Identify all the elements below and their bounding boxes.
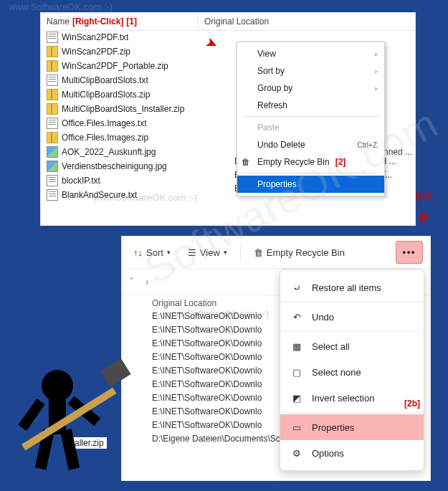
dropdown-item-options[interactable]: ⚙Options (280, 440, 424, 466)
context-menu-item[interactable]: Undo DeleteCtrl+Z (237, 136, 384, 153)
more-options-button[interactable]: ••• (396, 241, 423, 264)
chevron-down-icon: ▾ (224, 249, 227, 256)
annotation-1: [1] (126, 16, 137, 27)
column-header-row: Name [Right-Click] [1] Original Location (41, 13, 415, 31)
file-row[interactable]: WinScan2PDF_Portable.zip (41, 59, 199, 73)
menu-item-label: Undo (312, 312, 334, 323)
txt-file-icon (47, 75, 58, 86)
file-name: MultiClipBoardSlots.txt (62, 75, 148, 85)
context-menu-item[interactable]: 🗑Empty Recycle Bin[2] (237, 153, 384, 171)
zip-file-icon (47, 46, 58, 57)
menu-item-label: Refresh (257, 100, 287, 110)
menu-separator (280, 302, 424, 302)
toolbar-separator (240, 244, 241, 260)
nav-chevron-icon[interactable]: › (146, 276, 149, 287)
file-name: MultiClipBoardSlots_Installer.zip (62, 104, 184, 114)
file-row[interactable]: BlankAndSecure.txt (41, 188, 199, 202)
zip-file-icon (47, 89, 58, 100)
button-label: View (200, 247, 220, 258)
file-row[interactable]: Verdienstbescheinigung.jpg (41, 159, 199, 173)
menu-separator (280, 331, 424, 332)
zip-file-icon (47, 60, 58, 72)
annotation-1a: [1a] (416, 191, 431, 201)
context-menu-item[interactable]: Sort by› (237, 62, 384, 80)
column-header-location[interactable]: Original Location (152, 298, 216, 308)
file-name: Office.Files.Images.zip (62, 133, 148, 143)
more-options-menu: ⤾Restore all items↶Undo▦Select all▢Selec… (280, 270, 424, 471)
recycle-bin-modern-window: ↑↓ Sort ▾ ☰ View ▾ 🗑 Empty Recycle Bin •… (122, 237, 430, 480)
dropdown-item-properties[interactable]: ▭Properties (280, 414, 424, 440)
txt-file-icon (47, 32, 58, 43)
restore-icon: ⤾ (290, 281, 303, 294)
column-header-location[interactable]: Original Location (199, 13, 415, 30)
file-name: WinScan2PDF_Portable.zip (62, 61, 168, 71)
properties-icon: ▭ (290, 421, 303, 434)
file-name: AOK_2022_Auskunft.jpg (62, 147, 156, 157)
context-menu-item[interactable]: Refresh (237, 97, 384, 114)
file-row[interactable]: Office.Files.Images.txt (41, 116, 199, 130)
empty-recycle-bin-button[interactable]: 🗑 Empty Recycle Bin (249, 242, 349, 263)
menu-item-label: Undo Delete (257, 140, 305, 150)
file-row[interactable]: blockIP.txt (41, 173, 199, 188)
menu-item-label: Invert selection (312, 393, 374, 404)
menu-separator (243, 173, 378, 173)
menu-item-label: Select all (312, 341, 350, 352)
column-label: Original Location (204, 16, 269, 27)
options-icon: ⚙ (290, 447, 303, 459)
menu-item-label: Restore all items (312, 282, 381, 293)
submenu-arrow-icon: › (375, 50, 377, 58)
file-row[interactable]: WinScan2PDF.txt (41, 30, 199, 44)
context-menu-item[interactable]: Group by› (237, 80, 384, 97)
file-row[interactable]: MultiClipBoardSlots_Installer.zip (41, 102, 199, 116)
dropdown-item-select-all[interactable]: ▦Select all (280, 333, 424, 359)
svg-rect-7 (100, 358, 131, 387)
menu-item-label: Sort by (257, 66, 285, 76)
watermark-text: www.SoftwareOK.com :-) (9, 1, 113, 12)
menu-separator (243, 116, 378, 117)
txt-file-icon (47, 118, 58, 129)
file-row[interactable]: MultiClipBoardSlots.zip (41, 87, 199, 102)
dropdown-item-invert[interactable]: ◩Invert selection (280, 385, 424, 411)
ellipsis-icon: ••• (403, 247, 416, 257)
file-row[interactable]: Office.Files.Images.zip (41, 130, 199, 145)
dropdown-item-restore[interactable]: ⤾Restore all items (280, 275, 424, 300)
view-button[interactable]: ☰ View ▾ (184, 242, 232, 263)
file-name: WinScan2PDF.txt (62, 32, 128, 42)
trash-icon: 🗑 (254, 247, 263, 258)
annotation-2: [2] (335, 157, 346, 167)
file-name: BlankAndSecure.txt (62, 190, 137, 200)
context-menu-item[interactable]: Properties (237, 176, 384, 193)
annotation-arrow-icon: ➤ (412, 206, 434, 229)
dropdown-item-undo[interactable]: ↶Undo (280, 304, 424, 330)
sort-icon: ↑↓ (133, 247, 143, 258)
menu-item-label: Group by (257, 83, 292, 93)
zip-file-icon (47, 132, 58, 143)
file-name: WinScan2PDF.zip (62, 47, 130, 57)
context-menu-item: Paste (237, 119, 384, 136)
file-list: WinScan2PDF.txtWinScan2PDF.zipWinScan2PD… (41, 30, 199, 202)
sort-button[interactable]: ↑↓ Sort ▾ (129, 242, 175, 263)
chevron-down-icon: ▾ (167, 249, 171, 256)
file-name: MultiClipBoardSlots.zip (62, 90, 150, 100)
menu-item-label: Properties (257, 179, 297, 189)
file-row[interactable]: AOK_2022_Auskunft.jpg (41, 145, 199, 159)
location-fragment: nned ... (383, 147, 412, 157)
file-row[interactable]: WinScan2PDF.zip (41, 44, 199, 59)
annotation-2b: [2b] (404, 399, 420, 409)
annotation-right-click: [Right-Click] (72, 16, 123, 27)
column-header-name[interactable]: Name [Right-Click] [1] (41, 13, 199, 30)
context-menu-item[interactable]: View› (237, 45, 384, 62)
annotation-arrow-icon: ➤ (203, 33, 221, 54)
menu-separator (280, 412, 424, 413)
file-name: blockIP.txt (62, 176, 100, 186)
nav-up-icon[interactable]: ˄ (129, 276, 134, 287)
txt-file-icon (47, 189, 58, 201)
submenu-arrow-icon: › (375, 67, 377, 75)
menu-item-label: Select none (312, 367, 361, 378)
svg-point-0 (42, 370, 73, 401)
svg-rect-4 (18, 399, 44, 431)
select-all-icon: ▦ (290, 340, 303, 353)
file-row[interactable]: MultiClipBoardSlots.txt (41, 73, 199, 87)
dropdown-item-select-none[interactable]: ▢Select none (280, 359, 424, 385)
jpg-file-icon (47, 146, 58, 158)
